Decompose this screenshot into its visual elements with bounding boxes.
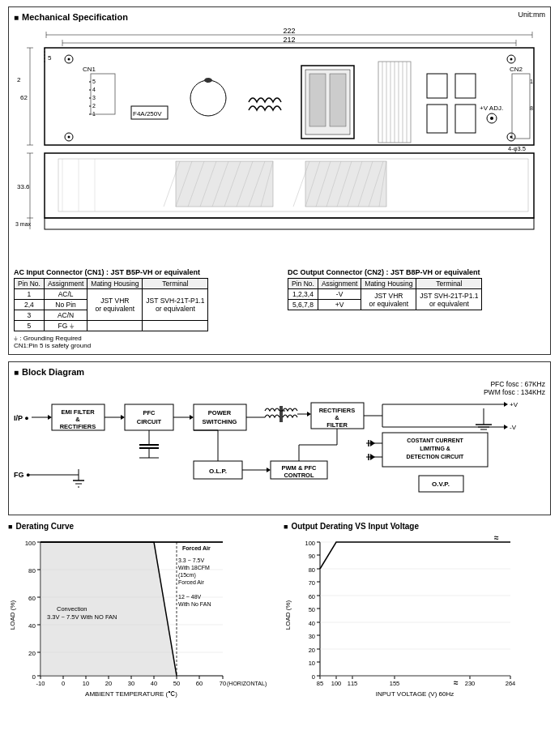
svg-text:50: 50 [309, 606, 315, 613]
svg-marker-132 [504, 402, 508, 407]
svg-text:100: 100 [331, 680, 342, 687]
svg-text:3 max: 3 max [15, 221, 32, 227]
svg-text:O.L.P.: O.L.P. [209, 468, 227, 475]
svg-text:+V ADJ.: +V ADJ. [480, 105, 503, 112]
svg-text:2: 2 [17, 76, 21, 83]
svg-text:&: & [75, 416, 80, 423]
svg-text:20: 20 [309, 647, 315, 654]
svg-rect-64 [45, 153, 534, 218]
svg-point-39 [204, 78, 212, 83]
svg-marker-144 [370, 440, 375, 446]
svg-text:(HORIZONTAL): (HORIZONTAL) [227, 681, 267, 687]
block-diagram-section: Block Diagram PFC fosc : 67KHz PWM fosc … [8, 361, 551, 515]
cn1-title: AC Input Connector (CN1) : JST B5P-VH or… [14, 268, 271, 276]
svg-text:1: 1 [92, 111, 96, 117]
svg-text:40: 40 [309, 620, 315, 627]
svg-text:POWER: POWER [208, 409, 232, 416]
output-derating-area: LOAD (%) 100 90 80 70 60 50 40 [284, 534, 551, 706]
svg-marker-148 [370, 454, 375, 460]
svg-text:10: 10 [309, 660, 315, 667]
derating-section: Derating Curve LOAD (%) 100 80 [8, 522, 551, 706]
svg-text:222: 222 [283, 27, 295, 35]
svg-rect-59 [512, 74, 530, 139]
svg-text:-10: -10 [36, 680, 45, 687]
output-derating-title: Output Derating VS Input Voltage [284, 522, 551, 531]
svg-text:230: 230 [465, 680, 476, 687]
svg-text:EMI FILTER: EMI FILTER [61, 408, 95, 416]
mechanical-section: Mechanical Specification Unit:mm 222 212 [8, 6, 551, 355]
page: Mechanical Specification Unit:mm 222 212 [0, 0, 559, 712]
cn1-header-housing: Mating Housing [87, 279, 143, 289]
grounding-note: ⏚ : Grounding Required CN1:Pin 5 is safe… [14, 335, 271, 349]
cn2-header-pin: Pin No. [288, 279, 318, 289]
svg-text:Forced Air: Forced Air [182, 545, 211, 551]
svg-marker-104 [121, 415, 125, 420]
svg-text:100: 100 [25, 540, 36, 547]
svg-rect-105 [125, 404, 173, 430]
output-derating-svg: LOAD (%) 100 90 80 70 60 50 40 [284, 534, 543, 704]
svg-text:CIRCUIT: CIRCUIT [137, 418, 162, 425]
svg-text:INPUT VOLTAGE (V) 60Hz: INPUT VOLTAGE (V) 60Hz [376, 690, 454, 698]
svg-text:≈: ≈ [454, 678, 459, 687]
svg-text:I/P ●: I/P ● [14, 414, 29, 422]
svg-text:(15cm): (15cm) [178, 572, 196, 579]
cn2-table: Pin No. Assignment Mating Housing Termin… [288, 278, 482, 310]
svg-point-17 [68, 58, 70, 61]
fosc-label: PFC fosc : 67KHz PWM fosc : 134KHz [484, 380, 545, 396]
cn1-header-pin: Pin No. [15, 279, 45, 289]
svg-rect-79 [305, 161, 386, 207]
table-row: 1 AC/L JST VHRor equivalent JST SVH-21T-… [15, 289, 208, 300]
svg-text:40: 40 [151, 680, 157, 687]
svg-text:30: 30 [128, 680, 134, 687]
svg-rect-115 [194, 404, 246, 430]
svg-text:70: 70 [220, 680, 226, 687]
svg-text:FG ●: FG ● [14, 471, 30, 479]
svg-text:20: 20 [105, 680, 112, 687]
svg-text:5: 5 [92, 79, 96, 84]
cn2-header-assign: Assignment [318, 279, 361, 289]
cn2-title: DC Output Connector (CN2) : JST B8P-VH o… [288, 268, 545, 276]
svg-text:70: 70 [309, 579, 315, 587]
svg-text:3.3 ~ 7.5V: 3.3 ~ 7.5V [178, 557, 204, 563]
svg-text:SWITCHING: SWITCHING [203, 418, 237, 425]
svg-text:33.6: 33.6 [17, 183, 30, 190]
derating-curve-svg: LOAD (%) 100 80 60 40 [8, 534, 259, 704]
cn1-block: AC Input Connector (CN1) : JST B5P-VH or… [14, 268, 271, 349]
mech-title: Mechanical Specification [14, 12, 545, 22]
svg-text:PWM & PFC: PWM & PFC [282, 464, 317, 472]
svg-text:1: 1 [530, 79, 533, 84]
svg-text:10: 10 [83, 680, 89, 687]
svg-text:20: 20 [28, 650, 36, 657]
svg-text:F4A/250V: F4A/250V [133, 110, 162, 117]
svg-text:CONTROL: CONTROL [284, 472, 314, 479]
cn1-table: Pin No. Assignment Mating Housing Termin… [14, 278, 208, 331]
svg-text:60: 60 [309, 593, 315, 600]
svg-rect-43 [330, 74, 346, 126]
svg-text:LOAD (%): LOAD (%) [284, 600, 292, 630]
svg-text:115: 115 [348, 680, 358, 687]
svg-text:≈: ≈ [494, 533, 499, 542]
svg-text:100: 100 [305, 540, 315, 547]
table-row: 5 FG ⏚ [15, 321, 208, 331]
svg-rect-42 [309, 74, 326, 126]
svg-text:With No FAN: With No FAN [178, 601, 211, 607]
svg-marker-114 [190, 415, 194, 420]
output-derating-block: Output Derating VS Input Voltage LOAD (%… [284, 522, 551, 706]
svg-point-19 [510, 58, 513, 61]
svg-text:4: 4 [92, 87, 96, 92]
svg-text:COSTANT CURRENT: COSTANT CURRENT [407, 438, 463, 443]
svg-rect-54 [427, 105, 447, 133]
svg-text:0: 0 [62, 680, 65, 687]
svg-text:PFC: PFC [143, 409, 156, 416]
svg-text:+V: +V [510, 401, 518, 408]
svg-text:62: 62 [20, 94, 28, 101]
connector-tables: AC Input Connector (CN1) : JST B5P-VH or… [14, 268, 545, 349]
svg-marker-123 [307, 412, 311, 416]
svg-text:80: 80 [309, 566, 315, 574]
cn1-header-assign: Assignment [44, 279, 87, 289]
cn1-header-terminal: Terminal [143, 279, 208, 289]
svg-text:DETECTION CIRCUIT: DETECTION CIRCUIT [407, 454, 465, 459]
svg-text:With 18CFM: With 18CFM [178, 565, 210, 570]
svg-point-21 [68, 136, 70, 139]
svg-rect-53 [455, 74, 476, 98]
